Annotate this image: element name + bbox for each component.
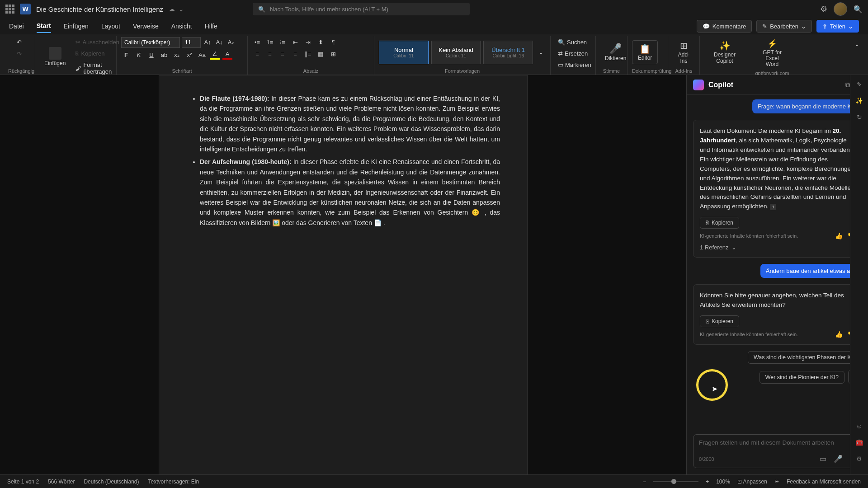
font-name-combo[interactable]: Calibri (Textkörper) xyxy=(121,37,180,48)
undo-button[interactable]: ↶ xyxy=(14,37,24,47)
select-button[interactable]: ▭Markieren xyxy=(555,60,594,70)
designer-copilot-button[interactable]: ✨Designer Copilot xyxy=(704,38,745,66)
zoom-level[interactable]: 100% xyxy=(716,479,730,485)
status-page[interactable]: Seite 1 von 2 xyxy=(7,479,39,485)
search-input[interactable]: 🔍 Nach Tools, Hilfe und mehr suchen (ALT… xyxy=(253,3,470,15)
justify-button[interactable]: ≡ xyxy=(290,49,300,59)
chevron-down-icon: ⌄ xyxy=(731,244,736,251)
status-words[interactable]: 566 Wörter xyxy=(48,479,75,485)
style-normal[interactable]: NormalCalibri, 11 xyxy=(379,41,429,64)
zoom-out-button[interactable]: − xyxy=(643,479,646,485)
bullet-item[interactable]: Die Flaute (1974-1980): In dieser Phase … xyxy=(200,94,500,154)
feedback-link[interactable]: Feedback an Microsoft senden xyxy=(787,479,861,485)
app-launcher-icon[interactable] xyxy=(5,5,14,14)
underline-button[interactable]: U xyxy=(146,50,156,60)
show-marks-button[interactable]: ¶ xyxy=(328,37,338,47)
font-color-button[interactable]: A xyxy=(222,50,232,60)
status-language[interactable]: Deutsch (Deutschland) xyxy=(84,479,139,485)
font-size-combo[interactable]: 11 xyxy=(182,37,201,48)
strikethrough-button[interactable]: ab xyxy=(159,50,169,60)
title-dropdown-icon[interactable]: ⌄ xyxy=(179,5,184,13)
document-page[interactable]: Die Flaute (1974-1980): In dieser Phase … xyxy=(159,75,528,474)
bold-button[interactable]: F xyxy=(121,50,131,60)
suggestion-chip[interactable]: Wer sind die Pioniere der KI? xyxy=(760,371,844,384)
change-case-button[interactable]: Aa xyxy=(197,50,207,60)
tab-layout[interactable]: Layout xyxy=(101,20,120,33)
superscript-button[interactable]: x² xyxy=(184,50,194,60)
suggestion-chip[interactable]: Was sind die wichtigsten Phasen der KI? xyxy=(748,351,862,364)
bullet-item[interactable]: Der Aufschwung (1980-heute): In dieser P… xyxy=(200,157,500,228)
find-button[interactable]: 🔍Suchen xyxy=(555,37,590,47)
copy-icon: ⎘ xyxy=(706,318,709,324)
align-right-button[interactable]: ≡ xyxy=(278,49,288,59)
user-avatar[interactable] xyxy=(834,2,847,16)
theme-toggle-icon[interactable]: ☀ xyxy=(774,479,779,485)
clear-format-button[interactable]: Aₓ xyxy=(226,37,236,47)
align-left-button[interactable]: ≡ xyxy=(252,49,262,59)
replace-button[interactable]: ⇄Ersetzen xyxy=(555,48,590,59)
rail-toolbox-icon[interactable]: 🧰 xyxy=(854,437,864,447)
share-button[interactable]: ⇪Teilen⌄ xyxy=(816,20,859,33)
tab-datei[interactable]: Datei xyxy=(9,20,24,33)
addins-button[interactable]: ⊞Add-Ins xyxy=(673,38,695,66)
borders-button[interactable]: ⊞ xyxy=(328,49,338,59)
tab-start[interactable]: Start xyxy=(37,19,51,33)
edit-mode-button[interactable]: ✎Bearbeiten⌄ xyxy=(756,20,812,33)
reference-badge[interactable]: 1 xyxy=(770,204,776,210)
fit-button[interactable]: ⊡ Anpassen xyxy=(737,479,767,485)
grow-font-button[interactable]: A↑ xyxy=(203,37,212,47)
redo-button[interactable]: ↷ xyxy=(14,49,24,59)
comments-button[interactable]: 💬Kommentare xyxy=(697,20,752,33)
tab-ansicht[interactable]: Ansicht xyxy=(171,20,192,33)
italic-button[interactable]: K xyxy=(134,50,144,60)
highlight-button[interactable]: ∠ xyxy=(210,50,220,60)
document-canvas[interactable]: Die Flaute (1974-1980): In dieser Phase … xyxy=(0,75,686,474)
references-expand[interactable]: 1 Referenz⌄ xyxy=(700,244,855,251)
shrink-font-button[interactable]: A↓ xyxy=(214,37,224,47)
numbering-button[interactable]: 1≡ xyxy=(265,37,275,47)
format-painter-button[interactable]: 🖌Format übertragen xyxy=(73,60,122,77)
copilot-logo-icon xyxy=(693,80,704,90)
mic-icon[interactable]: 🎤 xyxy=(834,455,843,463)
chevron-down-icon: ⌄ xyxy=(848,23,853,30)
copilot-input[interactable]: Fragen stellen und mit diesem Dokument a… xyxy=(693,434,862,468)
decrease-indent-button[interactable]: ⇤ xyxy=(290,37,300,47)
tab-einfuegen[interactable]: Einfügen xyxy=(64,20,89,33)
bullet-text: In dieser Phase erlebte die KI eine Rena… xyxy=(200,158,500,226)
shading-button[interactable]: ▦ xyxy=(316,49,326,59)
thumbs-up-icon[interactable]: 👍 xyxy=(835,232,843,239)
copy-button[interactable]: ⎘Kopieren xyxy=(700,217,739,229)
paste-button[interactable]: Einfügen xyxy=(40,45,70,68)
zoom-slider[interactable] xyxy=(653,481,698,482)
copy-button[interactable]: ⎘Kopieren xyxy=(700,315,739,327)
subscript-button[interactable]: x₂ xyxy=(172,50,182,60)
rail-feedback-icon[interactable]: ☺ xyxy=(854,421,864,431)
tab-hilfe[interactable]: Hilfe xyxy=(205,20,217,33)
editor-button[interactable]: 📋Editor xyxy=(632,40,658,64)
sort-button[interactable]: ⬍ xyxy=(316,37,326,47)
dictate-button[interactable]: 🎤Diktieren xyxy=(600,41,631,63)
document-title[interactable]: Die Geschichte der Künstlichen Intellige… xyxy=(36,5,163,13)
style-ueberschrift-1[interactable]: Überschrift 1Calibri Light, 16 xyxy=(483,41,533,64)
multilevel-button[interactable]: ⁝≡ xyxy=(278,37,288,47)
rail-editor-icon[interactable]: ✎ xyxy=(854,80,864,89)
copy-icon: ⎘ xyxy=(706,220,709,226)
align-center-button[interactable]: ≡ xyxy=(265,49,275,59)
style-kein-abstand[interactable]: Kein AbstandCalibri, 11 xyxy=(431,41,481,64)
rail-history-icon[interactable]: ↻ xyxy=(854,112,864,122)
gpt-excel-word-button[interactable]: ⚡GPT for Excel Word xyxy=(754,37,790,70)
zoom-in-button[interactable]: + xyxy=(706,479,709,485)
rail-settings-icon[interactable]: ⚙ xyxy=(854,454,864,464)
increase-indent-button[interactable]: ⇥ xyxy=(303,37,313,47)
rail-copilot-icon[interactable]: ✨ xyxy=(854,96,864,106)
settings-icon[interactable]: ⚙ xyxy=(820,4,827,14)
attach-icon[interactable]: ▭ xyxy=(820,455,826,463)
tab-verweise[interactable]: Verweise xyxy=(133,20,159,33)
status-predictions[interactable]: Textvorhersagen: Ein xyxy=(148,479,199,485)
thumbs-up-icon[interactable]: 👍 xyxy=(835,331,843,338)
collapse-ribbon-button[interactable]: ⌄ xyxy=(852,39,862,49)
line-spacing-button[interactable]: ‖≡ xyxy=(303,49,313,59)
bullets-button[interactable]: •≡ xyxy=(252,37,262,47)
search-magnify-icon[interactable]: 🔍 xyxy=(854,5,863,14)
styles-more-button[interactable]: ⌄ xyxy=(536,47,546,57)
